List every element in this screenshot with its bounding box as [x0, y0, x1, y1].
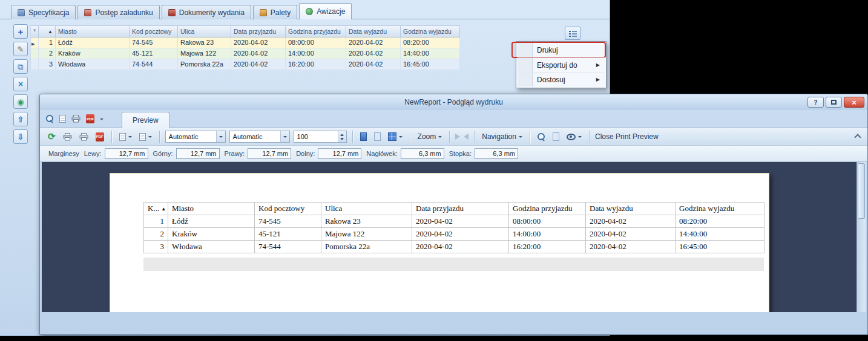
grid-row[interactable]: 2Kraków45-121Majowa 1222020-04-0214:00:0… [30, 48, 460, 59]
grid-cell[interactable]: 2020-04-02 [231, 59, 286, 70]
grid-row[interactable]: 1Łódź74-545Rakowa 232020-04-0208:00:0020… [30, 37, 460, 48]
move-up-button[interactable]: ⇧ [13, 112, 28, 126]
combo-dropdown-button[interactable] [280, 131, 289, 142]
quick-print-button[interactable] [77, 132, 90, 142]
page-setup-button[interactable] [117, 132, 134, 142]
grid-column-header-ulica[interactable]: Ulica [178, 25, 231, 37]
add-button[interactable]: + [13, 24, 28, 39]
dropdown-caret-icon [519, 136, 522, 140]
preview-tab-label: Preview [133, 116, 159, 125]
margin-label: Nagłówek: [366, 150, 397, 157]
tab-specyfikacja[interactable]: Specyfikacja [11, 5, 76, 19]
grid-cell[interactable]: Kraków [56, 48, 130, 59]
grid-row[interactable]: 3Włodawa74-544Pomorska 22a2020-04-0216:2… [30, 59, 460, 70]
grid-cell[interactable]: 2020-04-02 [231, 37, 286, 48]
vertical-scrollbar[interactable] [856, 162, 866, 312]
grid-cell[interactable]: 14:00:00 [286, 48, 346, 59]
grid-cell[interactable]: 2020-04-02 [346, 48, 401, 59]
grid-cell[interactable]: 16:20:00 [286, 59, 346, 70]
grid-cell[interactable]: Majowa 122 [178, 48, 231, 59]
report-cell: 45-121 [255, 228, 321, 241]
grid-column-header-kod-pocztowy[interactable]: Kod pocztowy [130, 25, 178, 37]
grid-column-header-miasto[interactable]: Miasto [56, 25, 130, 37]
move-down-icon: ⇩ [18, 133, 24, 141]
margin-gorny-value[interactable]: 12,7 mm [176, 148, 220, 159]
grid-cell[interactable]: Pomorska 22a [178, 59, 231, 70]
close-print-preview-button[interactable]: Close Print Preview [595, 132, 659, 141]
facing-page-view-button[interactable] [372, 131, 383, 142]
margin-label: Lewy: [84, 150, 102, 157]
combo-dropdown-button[interactable] [216, 131, 225, 142]
grid-column-header-data-przyjazdu[interactable]: Data przyjazdu [231, 25, 286, 37]
search-button[interactable] [536, 132, 547, 142]
preview-title-bar[interactable]: NewReport - Podgląd wydruku [40, 94, 867, 110]
grid-column-header-data-wyjazdu[interactable]: Data wyjazdu [346, 25, 401, 37]
grid-cell[interactable]: 2020-04-02 [346, 59, 401, 70]
grid-column-header-godzina-przyjazdu[interactable]: Godzina przyjazdu [286, 25, 346, 37]
refresh-button[interactable] [46, 130, 58, 143]
collapse-ribbon-icon[interactable] [854, 134, 861, 140]
paper-size-combo[interactable]: Automatic [165, 131, 226, 143]
scrollbar-thumb[interactable] [858, 163, 865, 219]
report-header-row: K...▲MiastoKod pocztowyUlicaData przyjaz… [144, 203, 764, 215]
zoom-percent-spinner[interactable]: 100 [294, 131, 347, 143]
grid-cell[interactable]: 14:40:00 [401, 48, 460, 59]
facing-page-icon [374, 132, 381, 141]
spinner-buttons[interactable] [338, 131, 346, 142]
tab-preview[interactable]: Preview [122, 112, 169, 128]
grid-cell[interactable]: 45-121 [130, 48, 178, 59]
grid-cell[interactable]: Łódź [56, 37, 130, 48]
margin-dolny-value[interactable]: 12,7 mm [318, 148, 361, 159]
close-window-button[interactable] [844, 97, 864, 108]
menu-item-drukuj[interactable]: Drukuj [518, 43, 605, 57]
document-icon[interactable] [59, 115, 66, 123]
printer-icon[interactable] [71, 115, 81, 123]
export-pdf-button[interactable] [94, 131, 106, 143]
refresh-button[interactable]: ◉ [13, 94, 28, 109]
print-button[interactable] [61, 132, 74, 142]
margin-lewy-value[interactable]: 12,7 mm [105, 148, 148, 159]
margin-prawy-value[interactable]: 12,7 mm [248, 148, 291, 159]
grid-cell[interactable]: 2020-04-02 [346, 37, 401, 48]
nav-back-icon[interactable] [455, 134, 460, 140]
tab-awizacje[interactable]: Awizacje [299, 3, 352, 19]
tab-palety[interactable]: Palety [253, 5, 297, 19]
nav-forward-icon[interactable] [464, 134, 469, 140]
scale-mode-combo[interactable]: Automatic [229, 131, 290, 143]
grid-cell[interactable]: 16:45:00 [401, 59, 460, 70]
grid-cell[interactable]: Włodawa [56, 59, 130, 70]
specyfikacja-tab-icon [18, 9, 25, 16]
report-cell: 2020-04-02 [586, 241, 676, 253]
grid-cell[interactable]: Rakowa 23 [178, 37, 231, 48]
edit-button[interactable]: ✎ [13, 42, 28, 56]
zoom-dropdown[interactable]: Zoom [416, 131, 444, 142]
visibility-dropdown[interactable] [565, 132, 584, 141]
grid-cell[interactable]: 2020-04-02 [231, 48, 286, 59]
grid-cell[interactable]: 74-544 [130, 59, 178, 70]
watermark-button[interactable] [551, 131, 561, 142]
move-down-button[interactable]: ⇩ [13, 129, 28, 144]
single-page-view-button[interactable] [358, 131, 369, 142]
tab-dokumenty-wydania[interactable]: Dokumenty wydania [162, 5, 251, 19]
column-chooser-button[interactable] [565, 27, 580, 40]
help-button[interactable] [807, 97, 824, 108]
menu-item-label: Eksportuj do [537, 61, 577, 70]
navigation-dropdown[interactable]: Navigation [480, 131, 524, 142]
grid-cell[interactable]: 08:20:00 [401, 37, 460, 48]
multi-page-view-button[interactable] [386, 131, 404, 142]
copy-button[interactable]: ⧉ [13, 59, 28, 74]
margin-naglowek-value[interactable]: 6,3 mm [401, 148, 444, 159]
pdf-export-icon[interactable] [86, 114, 94, 123]
grid-column-header-godzina-wyjazdu[interactable]: Godzina wyjazdu [401, 25, 460, 37]
restore-button[interactable] [826, 97, 842, 108]
margin-stopka-value[interactable]: 6,3 mm [475, 148, 518, 159]
export-options-button[interactable] [137, 132, 154, 142]
delete-button[interactable]: × [13, 77, 28, 91]
menu-item-label: Drukuj [537, 46, 558, 54]
tab-postep-zaladunku[interactable]: Postęp załadunku [77, 5, 159, 19]
quick-access-dropdown-icon[interactable] [100, 119, 104, 122]
menu-item-eksportuj-do[interactable]: Eksportuj do▶ [518, 57, 605, 72]
grid-cell[interactable]: 08:00:00 [286, 37, 346, 48]
menu-item-dostosuj[interactable]: Dostosuj▶ [518, 72, 605, 86]
grid-cell[interactable]: 74-545 [130, 37, 178, 48]
